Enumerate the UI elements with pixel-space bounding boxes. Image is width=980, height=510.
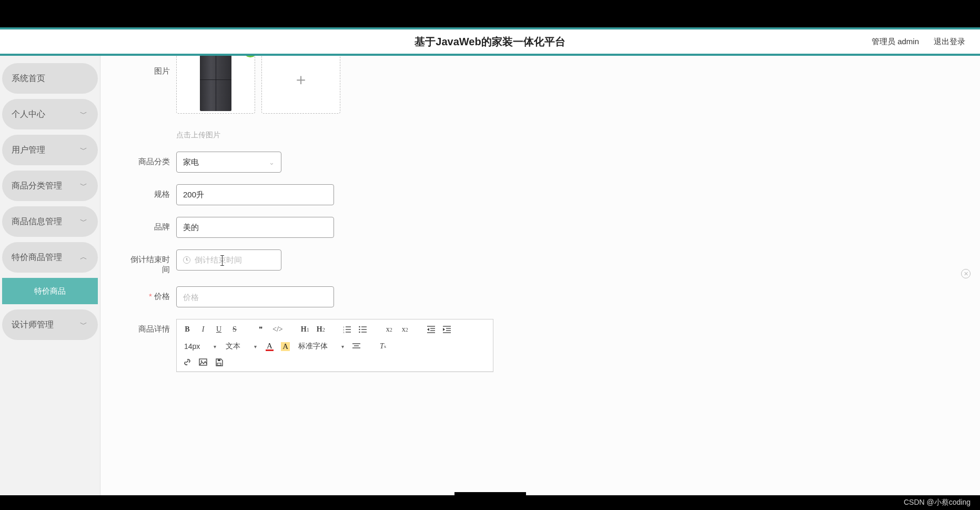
sidebar-item-label: 设计师管理: [12, 319, 54, 331]
font-size-select[interactable]: 14px ▾: [182, 342, 218, 351]
subscript-button[interactable]: x2: [384, 324, 395, 335]
bold-button[interactable]: B: [182, 324, 193, 335]
sidebar: 系统首页 个人中心 ﹀ 用户管理 ﹀ 商品分类管理 ﹀ 商品信息管理 ﹀: [0, 56, 100, 495]
font-family-value: 标准字体: [298, 342, 328, 351]
sidebar-item-label: 系统首页: [12, 73, 45, 84]
label-category: 商品分类: [124, 152, 176, 167]
category-value: 家电: [183, 157, 199, 167]
price-input[interactable]: [176, 286, 334, 307]
main-content: ✕ 图片 ✓ ＋: [100, 56, 980, 495]
chevron-down-icon: ﹀: [80, 181, 87, 191]
app-title: 基于JavaWeb的家装一体化平台: [0, 35, 980, 49]
app-window: 基于JavaWeb的家装一体化平台 管理员 admin 退出登录 系统首页 个人…: [0, 27, 980, 495]
spec-input[interactable]: [176, 184, 334, 205]
font-family-select[interactable]: 标准字体 ▾: [296, 342, 346, 351]
sidebar-item-label: 特价商品: [34, 286, 66, 296]
bg-color-button[interactable]: A: [280, 341, 291, 352]
svg-marker-21: [443, 328, 445, 331]
sidebar-item-label: 用户管理: [12, 145, 45, 156]
sidebar-item-home[interactable]: 系统首页: [2, 63, 98, 94]
save-button[interactable]: [214, 356, 224, 368]
indent-button[interactable]: [442, 324, 452, 335]
countdown-placeholder: 倒计结束时间: [195, 255, 242, 265]
letterbox-bottom: CSDN @小蔡coding: [0, 495, 980, 510]
product-image-fridge: [200, 56, 231, 111]
chevron-down-icon: ﹀: [80, 320, 87, 329]
upload-hint-text[interactable]: 点击上传图片: [176, 131, 957, 140]
sidebar-item-profile[interactable]: 个人中心 ﹀: [2, 99, 98, 129]
svg-point-26: [201, 361, 203, 362]
watermark-text: CSDN @小蔡coding: [904, 498, 971, 507]
rich-text-editor[interactable]: B I U S ❞ </> H1 H2: [176, 319, 493, 372]
svg-point-10: [359, 329, 360, 331]
success-check-icon: ✓: [243, 56, 258, 57]
label-spec: 规格: [124, 184, 176, 199]
sidebar-item-label: 商品分类管理: [12, 181, 62, 192]
caret-icon: ▾: [341, 344, 344, 349]
font-size-value: 14px: [184, 342, 200, 351]
svg-rect-28: [218, 359, 220, 361]
countdown-datetime-input[interactable]: 倒计结束时间: [176, 249, 281, 271]
uploaded-image-thumb[interactable]: ✓: [176, 56, 255, 114]
caret-icon: ▾: [254, 344, 257, 349]
sidebar-item-label: 个人中心: [12, 109, 45, 120]
sidebar-item-category[interactable]: 商品分类管理 ﹀: [2, 171, 98, 201]
block-format-select[interactable]: 文本 ▾: [224, 342, 259, 351]
close-icon[interactable]: ✕: [961, 269, 971, 278]
underline-button[interactable]: U: [214, 324, 224, 335]
category-select[interactable]: 家电 ⌄: [176, 152, 281, 173]
image-button[interactable]: [198, 356, 208, 368]
svg-point-11: [359, 332, 360, 333]
label-image: 图片: [124, 56, 176, 76]
h1-button[interactable]: H1: [300, 324, 310, 335]
sidebar-subitem-special-products[interactable]: 特价商品: [2, 278, 98, 304]
sidebar-item-designer[interactable]: 设计师管理 ﹀: [2, 309, 98, 340]
brand-input[interactable]: [176, 217, 334, 238]
code-block-button[interactable]: </>: [271, 324, 284, 335]
label-countdown: 倒计结束时间: [124, 249, 176, 275]
label-detail: 商品详情: [124, 319, 176, 334]
caret-icon: ▾: [214, 344, 216, 349]
strike-button[interactable]: S: [229, 324, 240, 335]
header-bar: 基于JavaWeb的家装一体化平台 管理员 admin 退出登录: [0, 29, 980, 54]
chevron-up-icon: ︿: [80, 253, 87, 262]
svg-text:3: 3: [343, 331, 345, 333]
chevron-down-icon: ⌄: [269, 158, 275, 166]
plus-icon: ＋: [293, 69, 309, 91]
outdent-button[interactable]: [426, 324, 437, 335]
block-format-value: 文本: [226, 342, 240, 351]
chevron-down-icon: ﹀: [80, 109, 87, 119]
superscript-button[interactable]: x2: [400, 324, 410, 335]
blockquote-button[interactable]: ❞: [256, 324, 266, 335]
ordered-list-button[interactable]: 123: [342, 324, 352, 335]
letterbox-top: [0, 0, 980, 27]
sidebar-item-special[interactable]: 特价商品管理 ︿: [2, 242, 98, 273]
svg-point-9: [359, 326, 360, 328]
align-button[interactable]: [351, 341, 362, 352]
chevron-down-icon: ﹀: [80, 217, 87, 226]
clock-icon: [183, 256, 190, 264]
sidebar-item-product-info[interactable]: 商品信息管理 ﹀: [2, 206, 98, 237]
logout-link[interactable]: 退出登录: [934, 37, 965, 47]
link-button[interactable]: [182, 356, 193, 368]
h2-button[interactable]: H2: [316, 324, 326, 335]
label-price: 价格: [124, 286, 176, 302]
unordered-list-button[interactable]: [358, 324, 368, 335]
editor-toolbar: B I U S ❞ </> H1 H2: [177, 319, 493, 372]
svg-rect-27: [217, 363, 221, 365]
clear-format-button[interactable]: Tx: [378, 341, 388, 352]
svg-marker-16: [427, 328, 429, 331]
sidebar-item-users[interactable]: 用户管理 ﹀: [2, 135, 98, 165]
current-user-label[interactable]: 管理员 admin: [872, 37, 919, 47]
chevron-down-icon: ﹀: [80, 145, 87, 155]
sidebar-item-label: 特价商品管理: [12, 252, 62, 263]
label-brand: 品牌: [124, 217, 176, 232]
sidebar-item-label: 商品信息管理: [12, 216, 62, 227]
italic-button[interactable]: I: [198, 324, 208, 335]
font-color-button[interactable]: A: [264, 341, 275, 352]
upload-image-button[interactable]: ＋: [261, 56, 340, 114]
